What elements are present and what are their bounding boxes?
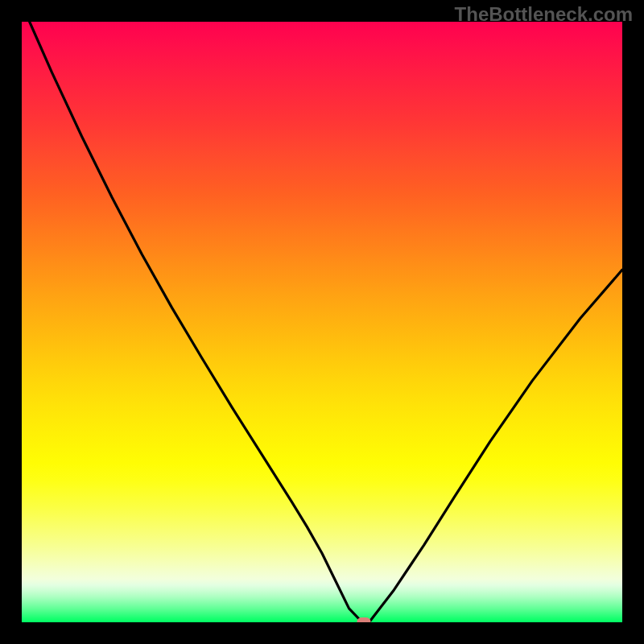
optimal-point-marker <box>357 617 371 622</box>
bottleneck-curve <box>22 22 622 622</box>
plot-area <box>22 22 622 622</box>
chart-frame: TheBottleneck.com <box>0 0 644 644</box>
